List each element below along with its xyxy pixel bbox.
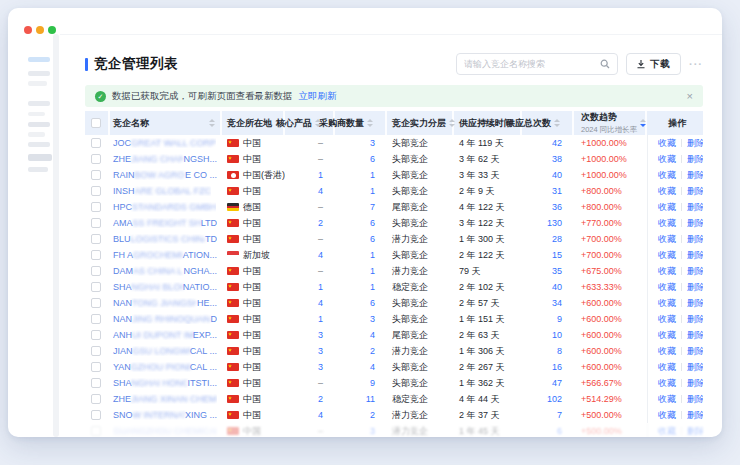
delete-link[interactable]: 删除 (687, 137, 703, 150)
column-header[interactable]: 竞企名称 (110, 111, 222, 135)
company-name-link[interactable]: DAMAS CHINA LIMITED SHANGHA... (113, 266, 217, 276)
search-icon[interactable] (600, 59, 610, 69)
favorite-link[interactable]: 收藏 (658, 313, 676, 326)
company-name-link[interactable]: GUANGZHOU CHEMICAL TRADING (113, 426, 217, 436)
action-divider (681, 171, 682, 179)
favorite-link[interactable]: 收藏 (658, 169, 676, 182)
company-name-link[interactable]: NANTONG JIANGSHAN AGROCHE... (113, 298, 217, 308)
favorite-link[interactable]: 收藏 (658, 377, 676, 390)
delete-link[interactable]: 删除 (687, 425, 703, 438)
delete-link[interactable]: 删除 (687, 185, 703, 198)
row-checkbox[interactable] (91, 186, 101, 196)
row-checkbox[interactable] (91, 170, 101, 180)
row-checkbox[interactable] (91, 218, 101, 228)
row-checkbox[interactable] (91, 154, 101, 164)
row-checkbox[interactable] (91, 362, 101, 372)
favorite-link[interactable]: 收藏 (658, 345, 676, 358)
row-checkbox[interactable] (91, 410, 101, 420)
row-checkbox[interactable] (91, 298, 101, 308)
company-name-link[interactable]: YANGZHOU PIONEER CHEMICAL ... (113, 362, 217, 372)
company-name-link[interactable]: SNOW INTERNATIONAL TRAXING ... (113, 410, 217, 420)
favorite-link[interactable]: 收藏 (658, 409, 676, 422)
delete-link[interactable]: 删除 (687, 409, 703, 422)
row-checkbox[interactable] (91, 378, 101, 388)
download-button[interactable]: 下载 (626, 53, 681, 75)
delete-link[interactable]: 删除 (687, 313, 703, 326)
favorite-link[interactable]: 收藏 (658, 249, 676, 262)
company-name-link[interactable]: FH AGROCHEMICAL INTERNATION... (113, 250, 217, 260)
delete-link[interactable]: 删除 (687, 281, 703, 294)
favorite-link[interactable]: 收藏 (658, 329, 676, 342)
delete-link[interactable]: 删除 (687, 153, 703, 166)
sort-icon[interactable] (209, 119, 215, 127)
favorite-link[interactable]: 收藏 (658, 297, 676, 310)
company-name-link[interactable]: BLU LOGISTICS CHINA CO LTD (113, 234, 217, 244)
favorite-link[interactable]: 收藏 (658, 185, 676, 198)
delete-link[interactable]: 删除 (687, 201, 703, 214)
buyers-count: 3 (335, 135, 387, 151)
favorite-link[interactable]: 收藏 (658, 137, 676, 150)
company-name-link[interactable]: SHANGHAI BLOOMING INTERNATIO... (113, 282, 217, 292)
company-name-link[interactable]: AMASS FREIGHT SHANGHAI CO LTD (113, 218, 217, 228)
row-checkbox[interactable] (91, 426, 101, 436)
company-name-link[interactable]: INSHARE GLOBAL FZC (113, 186, 211, 196)
refresh-now-link[interactable]: 立即刷新 (299, 90, 337, 103)
delete-link[interactable]: 删除 (687, 393, 703, 406)
column-header[interactable]: 供应总次数 (522, 111, 574, 135)
favorite-link[interactable]: 收藏 (658, 201, 676, 214)
favorite-link[interactable]: 收藏 (658, 361, 676, 374)
favorite-link[interactable]: 收藏 (658, 265, 676, 278)
favorite-link[interactable]: 收藏 (658, 217, 676, 230)
alert-close-icon[interactable]: × (687, 91, 693, 102)
row-checkbox[interactable] (91, 234, 101, 244)
delete-link[interactable]: 删除 (687, 345, 703, 358)
column-header[interactable]: 竞企实力分层 (387, 111, 454, 135)
sort-icon[interactable] (640, 119, 646, 127)
row-checkbox[interactable] (91, 202, 101, 212)
delete-link[interactable]: 删除 (687, 217, 703, 230)
company-name-link[interactable]: SHANGHAI HONGLIANG LOGITSTI... (113, 378, 217, 388)
row-checkbox[interactable] (91, 314, 101, 324)
trend-growth-rate: +600.00% (574, 359, 647, 375)
company-name-link[interactable]: ANHUI DUPONT IMPORT AND EXP... (113, 330, 217, 340)
delete-link[interactable]: 删除 (687, 249, 703, 262)
column-header[interactable]: 次数趋势2024 同比增长率 (574, 111, 647, 135)
company-name-link[interactable]: ZHEJIANG CHANGXING ZHONGSH... (113, 154, 217, 164)
company-name-link[interactable]: JIANGSU LONGWELL CHEMICAL ... (113, 346, 217, 356)
row-checkbox[interactable] (91, 330, 101, 340)
sort-icon[interactable] (554, 119, 560, 127)
delete-link[interactable]: 删除 (687, 361, 703, 374)
delete-link[interactable]: 删除 (687, 265, 703, 278)
company-name-link[interactable]: RAINBOW AGROCHEMICALS TE CO ... (113, 170, 217, 180)
more-options-icon[interactable]: ··· (689, 58, 703, 70)
minimize-window-icon[interactable] (36, 26, 44, 34)
company-name-link[interactable]: HPC STANDARDS GMBH (113, 202, 216, 212)
favorite-link[interactable]: 收藏 (658, 233, 676, 246)
trend-growth-rate: +1000.00% (574, 167, 647, 183)
company-name-link[interactable]: JOC GREAT WALL CORP (113, 138, 216, 148)
column-header[interactable]: 采购商数量 (335, 111, 387, 135)
search-input[interactable] (464, 59, 600, 69)
favorite-link[interactable]: 收藏 (658, 281, 676, 294)
row-checkbox[interactable] (91, 282, 101, 292)
favorite-link[interactable]: 收藏 (658, 425, 676, 438)
search-box[interactable] (456, 53, 618, 75)
sort-icon[interactable] (367, 119, 373, 127)
select-all-checkbox[interactable] (91, 118, 101, 128)
close-window-icon[interactable] (24, 26, 32, 34)
favorite-link[interactable]: 收藏 (658, 393, 676, 406)
row-checkbox[interactable] (91, 346, 101, 356)
company-name-link[interactable]: NANJING RHINOQUAN CO LTD (113, 314, 217, 324)
favorite-link[interactable]: 收藏 (658, 153, 676, 166)
delete-link[interactable]: 删除 (687, 169, 703, 182)
delete-link[interactable]: 删除 (687, 297, 703, 310)
delete-link[interactable]: 删除 (687, 233, 703, 246)
row-checkbox[interactable] (91, 138, 101, 148)
delete-link[interactable]: 删除 (687, 329, 703, 342)
delete-link[interactable]: 删除 (687, 377, 703, 390)
row-checkbox[interactable] (91, 266, 101, 276)
company-name-link[interactable]: ZHEJIANG XINAN CHEMICAL (113, 394, 217, 404)
maximize-window-icon[interactable] (48, 26, 56, 34)
row-checkbox[interactable] (91, 394, 101, 404)
row-checkbox[interactable] (91, 250, 101, 260)
